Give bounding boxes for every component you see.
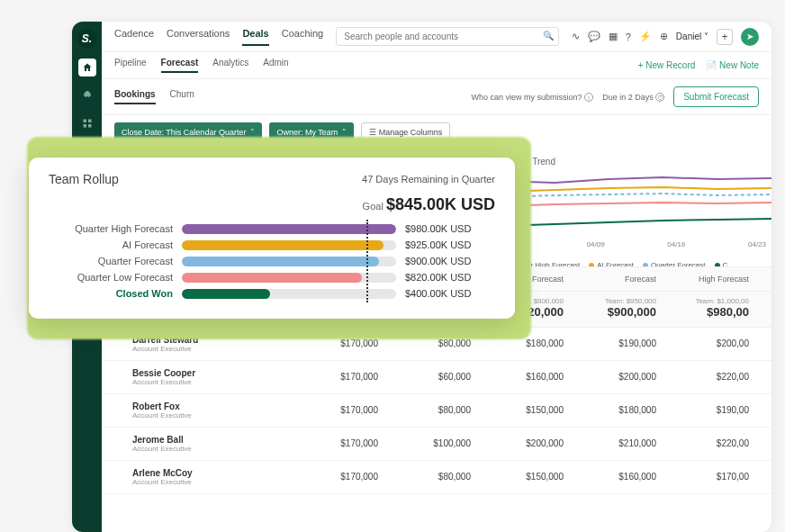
apps-icon[interactable]: ▦ <box>609 31 618 42</box>
forecast-header: Bookings Churn Who can view my submissio… <box>102 79 771 115</box>
help-icon[interactable]: ? <box>626 32 631 42</box>
nav-conversations[interactable]: Conversations <box>167 28 230 46</box>
chat-icon[interactable]: 💬 <box>588 31 600 42</box>
topbar: Cadence Conversations Deals Coaching 🔍 ∿… <box>102 22 771 52</box>
add-button[interactable]: + <box>717 29 733 45</box>
card-title: Team Rollup <box>49 172 119 186</box>
subnav-analytics[interactable]: Analytics <box>212 58 248 73</box>
table-row[interactable]: Bessie CooperAccount Executive$170,000$6… <box>102 361 771 394</box>
new-record-link[interactable]: + New Record <box>638 60 696 70</box>
x-tick: 04/09 <box>587 240 605 248</box>
search-icon[interactable]: 🔍 <box>543 31 554 41</box>
th-high: High Forecast <box>662 267 754 291</box>
nav-coaching[interactable]: Coaching <box>282 28 323 46</box>
nav-deals[interactable]: Deals <box>242 28 268 46</box>
search-input[interactable] <box>336 27 559 46</box>
card-days-remaining: 47 Days Remaining in Quarter <box>362 174 495 185</box>
submission-due: Due in 2 Days ⏱ <box>602 93 664 102</box>
table-row[interactable]: Robert FoxAccount Executive$170,000$80,0… <box>102 394 771 428</box>
rollup-bar: Quarter Low Forecast$820.00K USD <box>49 272 495 283</box>
grid-icon[interactable] <box>78 114 96 132</box>
weekly-trend-panel: Weekly Trend 04/02 04/09 04/16 04/23 <box>492 149 771 269</box>
submission-visibility[interactable]: Who can view my submission? i <box>472 93 594 102</box>
app-logo[interactable]: S. <box>77 29 97 49</box>
svg-rect-1 <box>88 120 92 123</box>
subnav-forecast[interactable]: Forecast <box>161 58 199 73</box>
globe-icon[interactable]: ⊕ <box>660 31 668 42</box>
info-icon: i <box>584 93 593 102</box>
subnav-pipeline[interactable]: Pipeline <box>114 58 147 73</box>
subnav-admin[interactable]: Admin <box>263 58 288 73</box>
nav-main: Cadence Conversations Deals Coaching <box>114 28 323 46</box>
trend-title: Weekly Trend <box>501 157 771 167</box>
team-rollup-card: Team Rollup 47 Days Remaining in Quarter… <box>29 158 515 319</box>
rollup-bar: Quarter High Forecast$980.00K USD <box>49 223 495 234</box>
svg-rect-0 <box>83 120 86 123</box>
x-tick: 04/16 <box>667 240 685 248</box>
nav-cadence[interactable]: Cadence <box>114 28 154 46</box>
card-goal: Goal $845.00K USD <box>49 195 495 214</box>
user-menu[interactable]: Daniel ˅ <box>676 32 708 41</box>
table-row[interactable]: Jerome BallAccount Executive$170,000$100… <box>102 428 771 461</box>
send-button[interactable]: ➤ <box>741 28 759 46</box>
new-note-link[interactable]: 📄 New Note <box>706 60 759 70</box>
table-row[interactable]: Arlene McCoyAccount Executive$170,000$80… <box>102 461 771 494</box>
tab-churn[interactable]: Churn <box>170 89 194 104</box>
goal-line <box>366 220 368 302</box>
rollup-bar: AI Forecast$925.00K USD <box>49 239 495 250</box>
bolt-icon[interactable]: ⚡ <box>639 31 652 42</box>
rollup-bar: Quarter Forecast$900.00K USD <box>49 256 495 266</box>
trend-chart: 04/02 04/09 04/16 04/23 <box>501 170 771 256</box>
rollup-bar: Closed Won$400.00K USD <box>49 288 495 299</box>
rocket-icon[interactable] <box>78 86 96 104</box>
clock-icon: ⏱ <box>655 93 664 102</box>
svg-rect-3 <box>88 124 92 128</box>
th-forecast: Forecast <box>569 267 662 291</box>
svg-rect-2 <box>83 124 86 128</box>
x-tick: 04/23 <box>748 240 766 248</box>
tab-bookings[interactable]: Bookings <box>114 89 156 104</box>
subnav: Pipeline Forecast Analytics Admin + New … <box>102 52 771 79</box>
home-icon[interactable] <box>78 59 96 77</box>
submit-forecast-button[interactable]: Submit Forecast <box>673 86 759 107</box>
search-wrap: 🔍 <box>336 27 559 46</box>
top-icons: ∿ 💬 ▦ ? ⚡ ⊕ Daniel ˅ + ➤ <box>572 28 759 46</box>
activity-icon[interactable]: ∿ <box>572 31 580 42</box>
